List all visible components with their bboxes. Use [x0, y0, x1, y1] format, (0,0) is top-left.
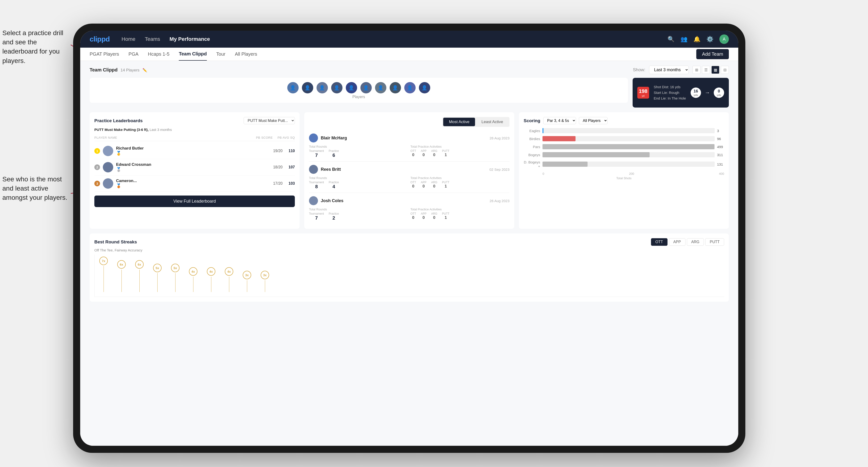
lb-name-1: Richard Butler — [116, 146, 268, 151]
streak-bubble: 5x — [153, 264, 161, 272]
lb-row-3[interactable]: 3 Cameron... 🥉 17/20 103 — [94, 176, 295, 192]
player-avatar-10[interactable]: 👤 — [418, 82, 431, 94]
tournament-val-1: 7 — [309, 153, 324, 158]
end-lie-label: End Lie: — [654, 96, 667, 100]
arg-stat-3: ARG 0 — [431, 212, 437, 220]
player-avatar-7[interactable]: 👤 — [375, 82, 387, 94]
nav-home[interactable]: Home — [121, 36, 135, 42]
active-player-card-3: Josh Coles 26 Aug 2023 Total Rounds Tour… — [309, 193, 509, 224]
yard-bubble-2: 0 yds — [714, 88, 724, 98]
rounds-label-3: Total Rounds — [309, 208, 408, 211]
ott-tab-arg[interactable]: ARG — [687, 238, 704, 246]
least-active-tab[interactable]: Least Active — [476, 118, 509, 126]
arg-val-3: 0 — [431, 215, 437, 220]
lb-row-2[interactable]: 2 Edward Crossman 🥈 18/20 107 — [94, 159, 295, 176]
most-active-tab[interactable]: Most Active — [443, 118, 475, 126]
sub-nav: PGAT Players PGA Hcaps 1-5 Team Clippd T… — [80, 48, 738, 61]
subnav-hcaps[interactable]: Hcaps 1-5 — [148, 48, 169, 61]
team-header: Team Clippd 14 Players ✏️ Show: Last 3 m… — [90, 66, 729, 74]
practice-val-3: 2 — [329, 215, 339, 221]
bar-fill — [542, 128, 544, 133]
team-count: 14 Players — [121, 68, 140, 72]
rounds-row-1: Tournament 7 Practice 6 — [309, 149, 408, 158]
app-stat-2: APP 0 — [421, 181, 427, 189]
active-player-2-practice-acts: Total Practice Activities OTT 0 APP 0 — [410, 176, 509, 189]
player-avatar-5[interactable]: 👤 — [345, 82, 358, 94]
streak-point: 4x — [225, 267, 233, 292]
active-player-1-date: 26 Aug 2023 — [490, 136, 509, 140]
streak-point: 7x — [99, 257, 108, 292]
bar-fill — [542, 144, 714, 149]
active-player-2-rounds: Total Rounds Tournament 8 Practice 4 — [309, 176, 408, 189]
subnav-pgat[interactable]: PGAT Players — [90, 48, 119, 61]
streak-point: 6x — [135, 260, 144, 292]
nav-my-performance[interactable]: My Performance — [169, 36, 210, 42]
lb-avg-1: 110 — [285, 149, 295, 153]
subnav-all-players[interactable]: All Players — [235, 48, 257, 61]
users-icon[interactable]: 👥 — [680, 36, 687, 42]
streak-line — [121, 270, 122, 292]
shot-distance-badge: 198 yd — [637, 87, 649, 99]
subnav-tour[interactable]: Tour — [216, 48, 225, 61]
settings-icon[interactable]: ⚙️ — [706, 36, 714, 42]
yard2-val: 0 — [718, 89, 720, 94]
player-avatar-2[interactable]: 👤 — [302, 82, 314, 94]
ott-tab-app[interactable]: APP — [669, 238, 685, 246]
player-avatar-6[interactable]: 👤 — [360, 82, 372, 94]
player-avatar-1[interactable]: 👤 — [287, 82, 299, 94]
bar-row: Eagles 3 — [524, 128, 724, 133]
player-avatar-4[interactable]: 👤 — [331, 82, 343, 94]
putt-val-3: 1 — [442, 215, 450, 220]
drill-select[interactable]: PUTT Must Make Putt... — [244, 117, 295, 124]
lb-row-1[interactable]: 1 Richard Butler 🥇 19/20 110 — [94, 143, 295, 159]
par-select[interactable]: Par 3, 4 & 5s — [543, 117, 576, 124]
end-lie-text: End Lie: In The Hole — [654, 96, 686, 101]
subnav-pga[interactable]: PGA — [129, 48, 138, 61]
player-avatar-3[interactable]: 👤 — [316, 82, 328, 94]
practice-leaderboards-panel: Practice Leaderboards PUTT Must Make Put… — [90, 112, 300, 229]
list-view-icon[interactable]: ☰ — [702, 66, 710, 74]
lb-player-2-info: Edward Crossman 🥈 — [116, 162, 268, 172]
streak-bubble: 4x — [207, 267, 215, 276]
bar-label: Birdies — [524, 137, 540, 141]
grid-view-icon[interactable]: ⊞ — [692, 66, 701, 74]
streak-line — [157, 273, 158, 292]
show-period-select[interactable]: Last 3 months — [649, 66, 689, 74]
player-avatar-8[interactable]: 👤 — [389, 82, 401, 94]
streak-point: 4x — [207, 267, 215, 292]
bar-fill — [542, 136, 576, 141]
streak-chart: 7x 6x 6x 5x 5x 4x 4x 4x 3x 3x — [94, 254, 724, 297]
practice-acts-label-1: Total Practice Activities — [410, 145, 509, 148]
rounds-row-3: Tournament 7 Practice 2 — [309, 212, 408, 221]
bell-icon[interactable]: 🔔 — [693, 36, 701, 42]
players-label: Players — [352, 95, 365, 99]
player-avatar-9[interactable]: 👤 — [404, 82, 416, 94]
putt-stat-3: PUTT 1 — [442, 212, 450, 220]
rounds-row-2: Tournament 8 Practice 4 — [309, 181, 408, 189]
active-player-3-header: Josh Coles 26 Aug 2023 — [309, 196, 509, 205]
streak-bubble: 6x — [117, 260, 126, 269]
subnav-team-clippd[interactable]: Team Clippd — [179, 48, 207, 61]
user-avatar[interactable]: A — [719, 34, 729, 44]
player-filter-select[interactable]: All Players — [579, 117, 608, 124]
edit-icon[interactable]: ✏️ — [143, 68, 147, 72]
streak-point: 5x — [153, 264, 161, 292]
nav-logo: clippd — [90, 35, 110, 43]
table-view-icon[interactable]: ⊟ — [721, 66, 729, 74]
arg-val-1: 0 — [431, 153, 437, 157]
tablet-frame: clippd Home Teams My Performance 🔍 👥 🔔 ⚙… — [73, 24, 745, 453]
card-view-icon[interactable]: ▦ — [711, 66, 719, 74]
putt-val-2: 1 — [442, 184, 450, 189]
active-player-3-avatar — [309, 196, 318, 205]
add-team-button[interactable]: Add Team — [696, 49, 729, 59]
nav-links: Home Teams My Performance — [121, 36, 656, 42]
view-leaderboard-button[interactable]: View Full Leaderboard — [94, 195, 295, 207]
ott-tab-ott[interactable]: OTT — [651, 238, 668, 246]
ott-val-1: 0 — [410, 153, 416, 157]
search-icon[interactable]: 🔍 — [668, 36, 675, 42]
ott-tab-putt[interactable]: PUTT — [705, 238, 724, 246]
practice-acts-row-1: OTT 0 APP 0 ARG 0 — [410, 149, 509, 157]
lb-name-3: Cameron... — [116, 179, 268, 183]
bar-row: D. Bogeys + 131 — [524, 160, 724, 168]
nav-teams[interactable]: Teams — [145, 36, 160, 42]
